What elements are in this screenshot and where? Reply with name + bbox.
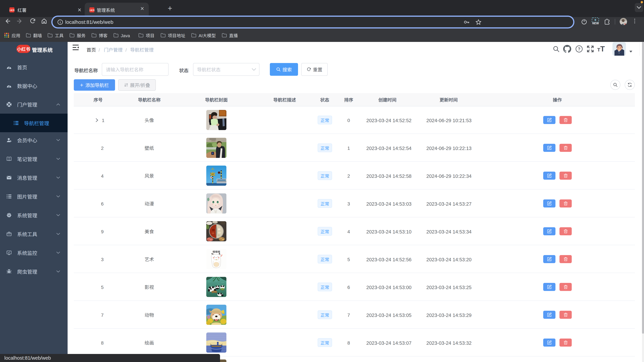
svg-text:小红书: 小红书 [90, 9, 94, 11]
svg-text:小红书: 小红书 [10, 9, 14, 11]
svg-text:嗯嗯嗯: 嗯嗯嗯 [212, 250, 220, 253]
svg-text:?: ? [578, 46, 580, 51]
